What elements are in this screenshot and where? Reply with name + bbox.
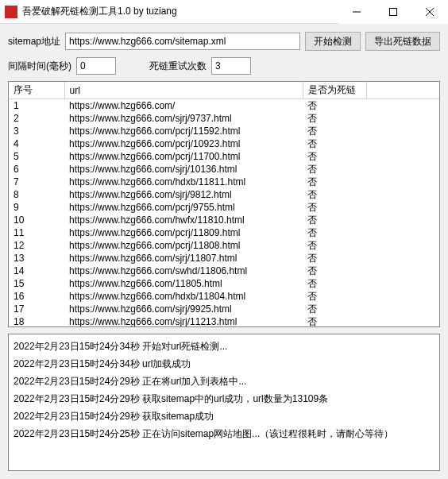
col-header-no[interactable]: 序号 (9, 82, 64, 99)
cell-url: https://www.hzg666.com/sjrj/11213.html (64, 315, 303, 327)
log-line: 2022年2月23日15时24分29秒 获取sitemap中的url成功，url… (14, 390, 434, 408)
table-row[interactable]: 17https://www.hzg666.com/sjrj/9925.html否 (9, 303, 439, 315)
url-table[interactable]: 序号 url 是否为死链 1https://www.hzg666.com/否2h… (8, 81, 440, 327)
cell-url: https://www.hzg666.com/sjrj/10136.html (64, 163, 303, 176)
cell-dead: 否 (303, 239, 366, 252)
cell-dead: 否 (303, 290, 366, 303)
cell-no: 6 (9, 163, 64, 176)
cell-url: https://www.hzg666.com/sjrj/9925.html (64, 303, 303, 315)
cell-no: 12 (9, 239, 64, 252)
export-button[interactable]: 导出死链数据 (365, 32, 440, 51)
cell-dead: 否 (303, 163, 366, 176)
cell-dead: 否 (303, 214, 366, 226)
cell-dead: 否 (303, 201, 366, 214)
interval-label: 间隔时间(毫秒) (8, 60, 71, 73)
cell-url: https://www.hzg666.com/hdxb/11811.html (64, 176, 303, 188)
cell-dead: 否 (303, 176, 366, 188)
log-line: 2022年2月23日15时24分29秒 获取sitemap成功 (14, 408, 434, 425)
cell-no: 9 (9, 201, 64, 214)
sitemap-input[interactable] (65, 33, 300, 50)
cell-no: 3 (9, 125, 64, 137)
table-row[interactable]: 15https://www.hzg666.com/11805.html否 (9, 277, 439, 290)
minimize-button[interactable] (338, 0, 375, 24)
cell-no: 16 (9, 290, 64, 303)
retry-input[interactable] (211, 57, 251, 75)
retry-label: 死链重试次数 (149, 60, 207, 73)
table-row[interactable]: 2https://www.hzg666.com/sjrj/9737.html否 (9, 112, 439, 125)
cell-url: https://www.hzg666.com/pcrj/11809.html (64, 226, 303, 239)
cell-no: 14 (9, 265, 64, 277)
cell-dead: 否 (303, 99, 366, 113)
cell-url: https://www.hzg666.com/ (64, 99, 303, 113)
interval-input[interactable] (76, 57, 116, 75)
col-header-url[interactable]: url (64, 82, 303, 99)
table-row[interactable]: 12https://www.hzg666.com/pcrj/11808.html… (9, 239, 439, 252)
cell-dead: 否 (303, 112, 366, 125)
log-line: 2022年2月23日15时24分25秒 正在访问sitemap网站地图...（该… (14, 425, 434, 442)
cell-url: https://www.hzg666.com/sjrj/9737.html (64, 112, 303, 125)
cell-url: https://www.hzg666.com/sjrj/9812.html (64, 188, 303, 201)
cell-no: 5 (9, 150, 64, 163)
table-row[interactable]: 14https://www.hzg666.com/swhd/11806.html… (9, 265, 439, 277)
col-header-dead[interactable]: 是否为死链 (303, 82, 366, 99)
cell-url: https://www.hzg666.com/swhd/11806.html (64, 265, 303, 277)
cell-url: https://www.hzg666.com/sjrj/11807.html (64, 252, 303, 265)
table-row[interactable]: 6https://www.hzg666.com/sjrj/10136.html否 (9, 163, 439, 176)
table-row[interactable]: 8https://www.hzg666.com/sjrj/9812.html否 (9, 188, 439, 201)
cell-url: https://www.hzg666.com/pcrj/10923.html (64, 137, 303, 150)
cell-dead: 否 (303, 277, 366, 290)
maximize-button[interactable] (375, 0, 411, 24)
cell-url: https://www.hzg666.com/hdxb/11804.html (64, 290, 303, 303)
table-row[interactable]: 5https://www.hzg666.com/pcrj/11700.html否 (9, 150, 439, 163)
cell-dead: 否 (303, 226, 366, 239)
cell-no: 18 (9, 315, 64, 327)
table-row[interactable]: 10https://www.hzg666.com/hwfx/11810.html… (9, 214, 439, 226)
cell-url: https://www.hzg666.com/pcrj/11592.html (64, 125, 303, 137)
log-line: 2022年2月23日15时24分29秒 正在将url加入到表格中... (14, 373, 434, 390)
cell-no: 15 (9, 277, 64, 290)
cell-no: 7 (9, 176, 64, 188)
cell-dead: 否 (303, 315, 366, 327)
cell-dead: 否 (303, 125, 366, 137)
cell-dead: 否 (303, 150, 366, 163)
cell-no: 10 (9, 214, 64, 226)
cell-no: 1 (9, 99, 64, 113)
table-row[interactable]: 1https://www.hzg666.com/否 (9, 99, 439, 113)
cell-url: https://www.hzg666.com/pcrj/11808.html (64, 239, 303, 252)
log-panel[interactable]: 2022年2月23日15时24分34秒 开始对url死链检测...2022年2月… (8, 334, 440, 471)
window-title: 吾爱破解死链检测工具1.0 by tuziang (22, 5, 338, 18)
app-icon (5, 6, 17, 18)
log-line: 2022年2月23日15时24分34秒 开始对url死链检测... (14, 338, 434, 355)
cell-no: 2 (9, 112, 64, 125)
table-row[interactable]: 11https://www.hzg666.com/pcrj/11809.html… (9, 226, 439, 239)
cell-no: 13 (9, 252, 64, 265)
col-header-blank (366, 82, 439, 99)
table-row[interactable]: 13https://www.hzg666.com/sjrj/11807.html… (9, 252, 439, 265)
log-line: 2022年2月23日15时24分34秒 url加载成功 (14, 355, 434, 373)
table-row[interactable]: 7https://www.hzg666.com/hdxb/11811.html否 (9, 176, 439, 188)
cell-url: https://www.hzg666.com/11805.html (64, 277, 303, 290)
svg-rect-1 (390, 8, 397, 15)
cell-url: https://www.hzg666.com/pcrj/9755.html (64, 201, 303, 214)
cell-no: 4 (9, 137, 64, 150)
cell-no: 11 (9, 226, 64, 239)
sitemap-label: sitemap地址 (8, 35, 60, 48)
cell-dead: 否 (303, 265, 366, 277)
start-button[interactable]: 开始检测 (305, 32, 361, 51)
table-row[interactable]: 3https://www.hzg666.com/pcrj/11592.html否 (9, 125, 439, 137)
table-row[interactable]: 16https://www.hzg666.com/hdxb/11804.html… (9, 290, 439, 303)
close-button[interactable] (411, 0, 448, 24)
cell-dead: 否 (303, 252, 366, 265)
cell-no: 8 (9, 188, 64, 201)
table-row[interactable]: 9https://www.hzg666.com/pcrj/9755.html否 (9, 201, 439, 214)
cell-dead: 否 (303, 137, 366, 150)
titlebar: 吾爱破解死链检测工具1.0 by tuziang (0, 0, 448, 24)
table-row[interactable]: 4https://www.hzg666.com/pcrj/10923.html否 (9, 137, 439, 150)
cell-dead: 否 (303, 303, 366, 315)
cell-url: https://www.hzg666.com/pcrj/11700.html (64, 150, 303, 163)
cell-no: 17 (9, 303, 64, 315)
cell-url: https://www.hzg666.com/hwfx/11810.html (64, 214, 303, 226)
table-row[interactable]: 18https://www.hzg666.com/sjrj/11213.html… (9, 315, 439, 327)
cell-dead: 否 (303, 188, 366, 201)
